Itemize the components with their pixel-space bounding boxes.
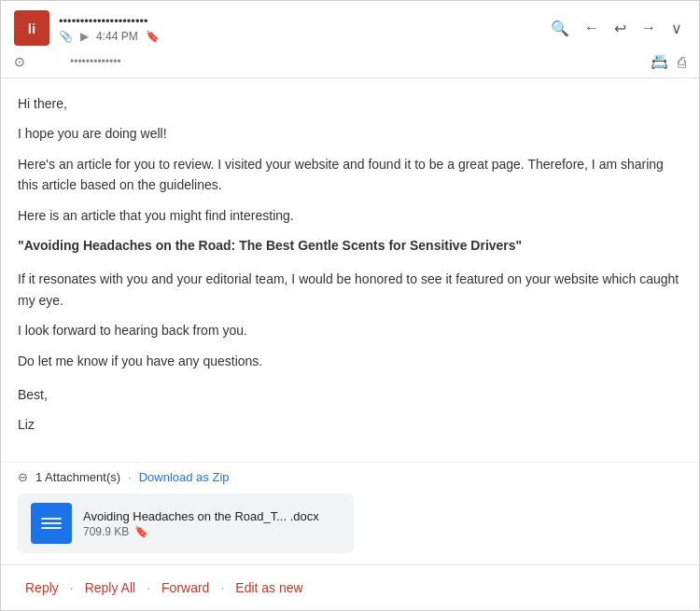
- look-forward: I look forward to hearing back from you.: [18, 320, 682, 340]
- email-header: li ••••••••••••••••••••• 📎 ▶ 4:44 PM 🔖 🔍…: [1, 1, 699, 78]
- featured-request: If it resonates with you and your editor…: [18, 269, 682, 311]
- back-alt-icon[interactable]: ↩: [610, 18, 630, 39]
- bookmark-icon: 🔖: [146, 30, 160, 43]
- dot-separator: ·: [128, 470, 132, 484]
- questions-line: Do let me know if you have any questions…: [18, 351, 682, 371]
- file-icon-lines: [41, 518, 62, 529]
- play-icon: ▶: [80, 30, 89, 43]
- search-icon[interactable]: 🔍: [547, 18, 573, 39]
- email-footer: Reply · Reply All · Forward · Edit as ne…: [1, 564, 699, 610]
- intro-paragraph: Here's an article for you to review. I v…: [18, 154, 682, 196]
- attachment-count: 1 Attachment(s): [35, 470, 120, 484]
- send-time: 4:44 PM: [96, 30, 138, 43]
- footer-dot-2: ·: [147, 580, 150, 595]
- contacts-icon[interactable]: 📇: [651, 53, 668, 70]
- opening-line: I hope you are doing well!: [18, 123, 682, 144]
- avatar: li: [14, 10, 49, 46]
- recipient-to: •••••••••••••: [70, 55, 651, 68]
- file-icon: [31, 503, 72, 544]
- share-icon[interactable]: ⎙: [678, 54, 686, 70]
- more-icon[interactable]: ∨: [667, 18, 686, 39]
- article-title: "Avoiding Headaches on the Road: The Bes…: [18, 235, 682, 256]
- sender-info: ••••••••••••••••••••• 📎 ▶ 4:44 PM 🔖: [59, 14, 547, 43]
- file-size-row: 709.9 KB 🔖: [83, 525, 341, 538]
- header-actions: 🔍 ← ↩ → ∨: [547, 18, 686, 39]
- attachment-section: ⊖ 1 Attachment(s) · Download as Zip Avoi…: [1, 462, 699, 564]
- sender-meta: 📎 ▶ 4:44 PM 🔖: [59, 30, 547, 43]
- header-second-row: ⊙ ••••••••••••• 📇 ⎙: [14, 49, 686, 72]
- file-info: Avoiding Headaches on the Road_T... .doc…: [83, 509, 341, 538]
- sign-off: Best,: [18, 384, 682, 405]
- footer-dot-1: ·: [70, 580, 74, 595]
- file-line-2: [41, 522, 62, 524]
- file-line-3: [41, 527, 62, 529]
- article-intro: Here is an article that you might find i…: [18, 205, 682, 226]
- footer-dot-3: ·: [220, 580, 224, 595]
- sender-name: Liz: [18, 414, 682, 435]
- forward-icon[interactable]: →: [637, 18, 660, 38]
- sender-email: •••••••••••••••••••••: [59, 14, 547, 28]
- attachment-card[interactable]: Avoiding Headaches on the Road_T... .doc…: [18, 493, 354, 553]
- file-bookmark-icon: 🔖: [134, 525, 148, 538]
- header-right-icons: 📇 ⎙: [651, 53, 686, 70]
- file-size-value: 709.9 KB: [83, 525, 129, 538]
- file-name: Avoiding Headaches on the Road_T... .doc…: [83, 509, 341, 523]
- file-line-1: [41, 518, 62, 520]
- forward-button[interactable]: Forward: [154, 576, 217, 599]
- reply-all-button[interactable]: Reply All: [77, 576, 143, 599]
- edit-as-new-button[interactable]: Edit as new: [228, 576, 310, 599]
- expand-icon[interactable]: ⊙: [14, 54, 25, 69]
- greeting: Hi there,: [18, 93, 682, 114]
- attachment-icon: 📎: [59, 30, 73, 43]
- collapse-attachment-button[interactable]: ⊖: [18, 470, 28, 484]
- attachment-header: ⊖ 1 Attachment(s) · Download as Zip: [18, 470, 682, 484]
- back-icon[interactable]: ←: [581, 18, 603, 38]
- reply-button[interactable]: Reply: [18, 576, 66, 599]
- email-body: Hi there, I hope you are doing well! Her…: [1, 78, 699, 462]
- sender-row: li ••••••••••••••••••••• 📎 ▶ 4:44 PM 🔖: [14, 10, 547, 46]
- download-as-zip-link[interactable]: Download as Zip: [139, 470, 230, 484]
